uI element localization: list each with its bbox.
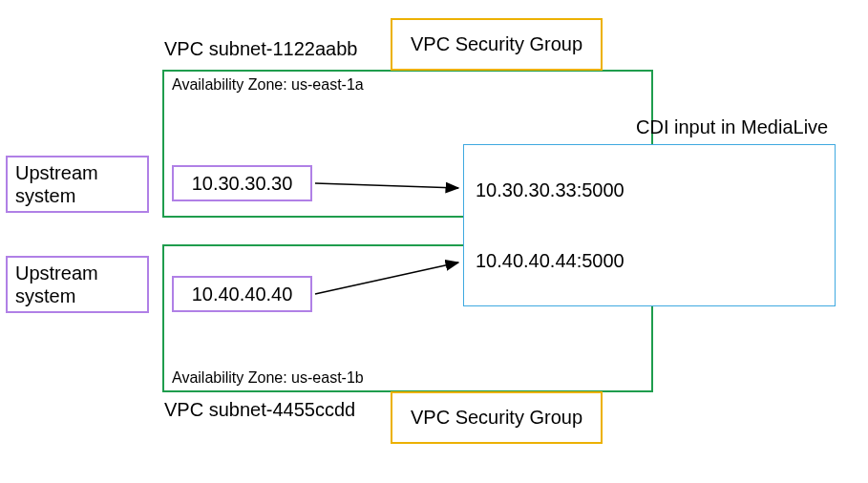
security-group-bottom-label: VPC Security Group (411, 407, 582, 429)
upstream-system-bottom: Upstream system (6, 256, 149, 313)
upstream-system-bottom-label: Upstream system (15, 262, 98, 306)
endpoint-bottom: 10.40.40.44:5000 (476, 250, 625, 272)
az-top-label: Availability Zone: us-east-1a (172, 76, 364, 94)
cdi-input-box: 10.30.30.33:5000 10.40.40.44:5000 (463, 144, 836, 306)
upstream-system-top: Upstream system (6, 156, 149, 213)
security-group-top-label: VPC Security Group (411, 33, 582, 55)
subnet-bottom-title: VPC subnet-4455ccdd (164, 399, 355, 421)
source-ip-bottom: 10.40.40.40 (172, 276, 312, 312)
upstream-system-top-label: Upstream system (15, 162, 98, 206)
source-ip-bottom-value: 10.40.40.40 (192, 284, 293, 305)
diagram-canvas: VPC subnet-1122aabb Availability Zone: u… (0, 0, 868, 483)
source-ip-top: 10.30.30.30 (172, 165, 312, 201)
source-ip-top-value: 10.30.30.30 (192, 173, 293, 195)
security-group-top: VPC Security Group (391, 18, 603, 71)
security-group-bottom: VPC Security Group (391, 391, 603, 444)
az-bottom-label: Availability Zone: us-east-1b (172, 369, 364, 387)
subnet-top-title: VPC subnet-1122aabb (164, 38, 357, 60)
cdi-title: CDI input in MediaLive (636, 116, 828, 138)
endpoint-top: 10.30.30.33:5000 (476, 179, 625, 201)
